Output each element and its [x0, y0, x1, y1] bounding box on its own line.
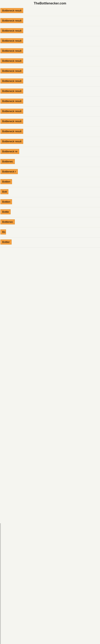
bottleneck-result-badge[interactable]: Bottler — [0, 240, 12, 244]
bottleneck-result-badge[interactable]: Bottleneck result — [0, 129, 23, 134]
list-item: Bottlenec — [0, 217, 100, 228]
list-item: Bottleneck result — [0, 96, 100, 107]
bottleneck-result-badge[interactable]: Bottleneck result — [0, 139, 23, 144]
bottleneck-result-badge[interactable]: Bottleneck result — [0, 28, 23, 33]
list-item: Bottleneck re — [0, 147, 100, 157]
bottleneck-result-badge[interactable]: Bottle — [0, 209, 11, 214]
bottleneck-result-badge[interactable]: Bottleneck result — [0, 88, 23, 94]
list-item: Bottleneck result — [0, 117, 100, 127]
bottleneck-result-badge[interactable]: Bottlen — [0, 199, 12, 204]
list-item: Bottleneck result — [0, 127, 100, 137]
bottleneck-result-badge[interactable]: Bottleneck r — [0, 169, 18, 174]
list-item: Bott — [0, 187, 100, 197]
list-item: Bottleneck result — [0, 66, 100, 76]
bottleneck-result-badge[interactable]: Bott — [0, 189, 8, 194]
list-item: Bo — [0, 228, 100, 238]
list-item: Bottleneck result — [0, 16, 100, 26]
list-item: Bottleneck result — [0, 6, 100, 16]
bottleneck-result-badge[interactable]: Bottleneck result — [0, 48, 23, 53]
bottleneck-result-badge[interactable]: Bottleneck result — [0, 98, 23, 104]
list-item: Bottlenec — [0, 157, 100, 167]
list-item: Bottleneck result — [0, 56, 100, 66]
list-item: Bottler — [0, 238, 100, 248]
list-item: Bottleneck result — [0, 107, 100, 117]
site-title: TheBottlenecker.com — [0, 0, 100, 6]
list-item: Bottleneck result — [0, 137, 100, 147]
bottleneck-result-badge[interactable]: Bottleneck result — [0, 8, 23, 13]
bottleneck-result-badge[interactable]: Bottleneck result — [0, 38, 23, 43]
bottleneck-result-badge[interactable]: Bottleneck re — [0, 149, 19, 154]
list-item: Bottle — [0, 207, 100, 217]
bottleneck-result-badge[interactable]: Bottleneck result — [0, 78, 23, 84]
bottleneck-result-badge[interactable]: Bottlenec — [0, 159, 15, 164]
list-item: Bottlen — [0, 177, 100, 187]
bottleneck-result-badge[interactable]: Bottleneck result — [0, 119, 23, 124]
bottleneck-result-badge[interactable]: Bottleneck result — [0, 18, 23, 23]
list-item: Bottlen — [0, 197, 100, 207]
bottleneck-result-badge[interactable]: Bottlenec — [0, 219, 15, 224]
list-item: Bottleneck result — [0, 76, 100, 86]
bottleneck-result-badge[interactable]: Bottleneck result — [0, 109, 23, 114]
list-item: Bottleneck result — [0, 36, 100, 46]
list-item: Bottleneck result — [0, 26, 100, 36]
bottleneck-result-badge[interactable]: Bottleneck result — [0, 58, 23, 64]
bottleneck-result-badge[interactable]: Bottlen — [0, 179, 12, 184]
bottleneck-result-badge[interactable]: Bottleneck result — [0, 68, 23, 74]
bottleneck-result-badge[interactable]: Bo — [0, 230, 6, 234]
list-item: Bottleneck r — [0, 167, 100, 177]
list-item: Bottleneck result — [0, 86, 100, 96]
list-item: Bottleneck result — [0, 46, 100, 56]
